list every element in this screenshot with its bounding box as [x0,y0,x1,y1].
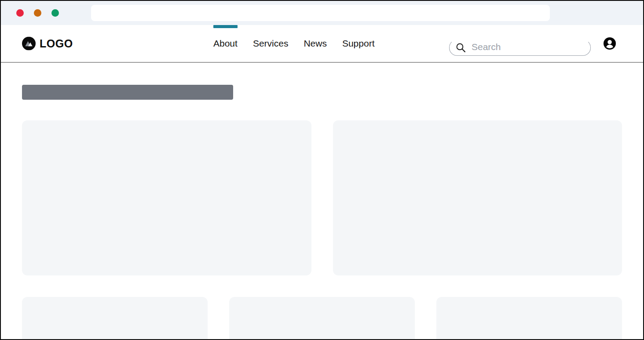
site-header: LOGO About Services News Support [1,25,643,63]
minimize-window-button[interactable] [34,9,41,17]
browser-window: LOGO About Services News Support [0,0,644,340]
url-input[interactable] [91,5,550,21]
search-box [449,40,591,56]
nav-item-support[interactable]: Support [342,25,375,62]
close-window-button[interactable] [16,9,24,17]
content-card-placeholder [436,297,622,340]
logo-text: LOGO [40,37,73,50]
maximize-window-button[interactable] [51,9,59,17]
page-title-placeholder [22,85,233,100]
nav-item-label: Services [253,38,289,49]
url-bar [91,5,550,21]
mountain-logo-icon [22,37,36,51]
nav-item-label: Support [342,38,375,49]
nav-item-about[interactable]: About [213,25,238,62]
active-tab-indicator [213,25,238,28]
page-content [1,85,643,340]
cards-row-small [22,297,622,340]
user-icon [604,37,616,50]
main-nav: About Services News Support [213,25,375,62]
content-card-placeholder [22,120,311,275]
search-input[interactable] [472,42,586,52]
nav-item-news[interactable]: News [304,25,327,62]
content-card-placeholder [22,297,208,340]
user-avatar-button[interactable] [604,37,616,50]
site-logo[interactable]: LOGO [22,37,73,51]
nav-item-label: News [304,38,327,49]
search-icon [455,42,466,53]
nav-item-label: About [213,38,238,49]
nav-item-services[interactable]: Services [253,25,289,62]
content-card-placeholder [333,120,622,275]
browser-chrome-bar [1,1,643,25]
window-controls [16,9,59,17]
cards-row-large [22,120,622,275]
content-card-placeholder [229,297,415,340]
